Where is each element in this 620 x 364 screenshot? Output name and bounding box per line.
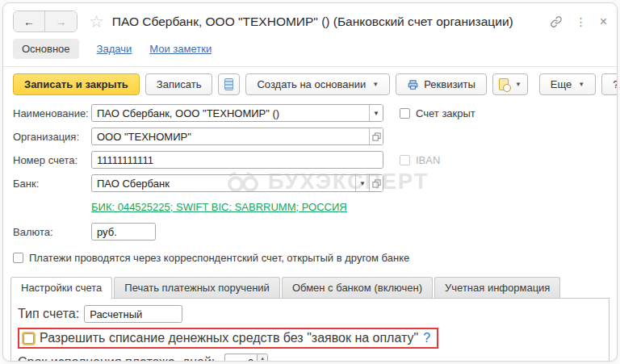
organization-input[interactable] xyxy=(92,128,369,144)
allow-writeoff-label[interactable]: Разрешить списание денежных средств без … xyxy=(40,331,418,345)
bank-field: ▼ xyxy=(91,174,383,192)
allow-writeoff-highlight: Разрешить списание денежных средств без … xyxy=(18,328,438,349)
document-clock-icon xyxy=(499,78,509,90)
name-dropdown-button[interactable]: ▼ xyxy=(369,105,383,121)
organization-open-button[interactable] xyxy=(369,128,383,144)
bank-dropdown-button[interactable]: ▼ xyxy=(355,175,369,191)
chevron-down-icon: ▼ xyxy=(515,81,522,88)
account-number-row: Номер счета: IBAN xyxy=(13,151,607,169)
more-label: Еще xyxy=(551,78,572,90)
account-number-input[interactable] xyxy=(91,151,383,169)
spinner-up-icon[interactable]: ▲ xyxy=(258,354,267,362)
payment-term-row: Срок исполнения платежа, дней: ▲ ▼ xyxy=(18,354,602,362)
open-icon xyxy=(372,132,381,141)
tab-main[interactable]: Основное xyxy=(13,39,79,59)
payment-term-field: ▲ ▼ xyxy=(224,354,268,362)
account-type-row: Тип счета: xyxy=(18,305,602,323)
open-icon xyxy=(372,179,381,188)
account-number-label: Номер счета: xyxy=(13,154,91,166)
correspondent-checkbox[interactable] xyxy=(13,253,23,263)
create-based-on-label: Создать на основании xyxy=(257,78,366,90)
currency-input[interactable] xyxy=(91,223,156,241)
close-icon[interactable]: × xyxy=(600,15,607,29)
requisites-label: Реквизиты xyxy=(424,78,475,90)
tab-bank-exchange[interactable]: Обмен с банком (включен) xyxy=(282,277,433,298)
create-based-on-button[interactable]: Создать на основании ▼ xyxy=(245,73,390,95)
iban-label: IBAN xyxy=(416,154,440,166)
currency-row: Валюта: xyxy=(13,223,607,241)
account-settings-panel: Тип счета: Разрешить списание денежных с… xyxy=(10,298,610,362)
account-type-input[interactable] xyxy=(84,305,182,323)
requisites-button[interactable]: Реквизиты xyxy=(396,73,487,95)
allow-writeoff-help-link[interactable]: ? xyxy=(423,331,430,345)
forward-button[interactable]: → xyxy=(45,11,77,31)
tab-my-notes[interactable]: Мои заметки xyxy=(149,43,212,55)
more-menu-icon[interactable]: ⋮ xyxy=(576,15,587,28)
name-row: Наименование: ▼ Счет закрыт xyxy=(13,104,607,122)
correspondent-row: Платежи проводятся через корреспондентск… xyxy=(13,249,607,266)
more-button[interactable]: Еще ▼ xyxy=(539,73,596,95)
organization-label: Организация: xyxy=(13,131,91,143)
form-area: БУХЭКСПЕРТ Наименование: ▼ Счет закрыт О… xyxy=(3,102,617,266)
tab-tasks[interactable]: Задачи xyxy=(97,43,132,55)
window-title: ПАО Сбербанк, ООО "ТЕХНОМИР" () (Банковс… xyxy=(112,15,543,29)
toolbar: Записать и закрыть Записать Создать на о… xyxy=(3,67,617,102)
payment-term-spinner: ▲ ▼ xyxy=(257,354,268,362)
currency-label: Валюта: xyxy=(13,226,91,238)
organization-field xyxy=(91,128,383,145)
bank-open-button[interactable] xyxy=(369,175,383,191)
chevron-down-icon: ▼ xyxy=(372,81,379,88)
save-and-close-button[interactable]: Записать и закрыть xyxy=(13,73,140,95)
allow-writeoff-checkbox[interactable] xyxy=(23,333,34,344)
bik-link[interactable]: БИК: 044525225; SWIFT BIC: SABRRUMM; РОС… xyxy=(91,201,347,213)
name-label: Наименование: xyxy=(13,107,91,119)
organization-row: Организация: xyxy=(13,128,607,145)
account-closed-checkbox[interactable] xyxy=(400,108,410,119)
title-bar: ← → ☆ ПАО Сбербанк, ООО "ТЕХНОМИР" () (Б… xyxy=(3,3,617,36)
history-button[interactable]: ▼ xyxy=(492,73,528,95)
tab-accounting-info[interactable]: Учетная информация xyxy=(434,277,560,298)
bank-label: Банк: xyxy=(13,178,91,190)
show-in-list-button[interactable] xyxy=(218,73,240,95)
get-link-icon[interactable] xyxy=(550,15,563,28)
help-button[interactable]: ? xyxy=(601,73,618,95)
chevron-down-icon: ▼ xyxy=(578,81,584,88)
bank-input[interactable] xyxy=(92,175,355,191)
bik-row: БИК: 044525225; SWIFT BIC: SABRRUMM; РОС… xyxy=(13,198,607,215)
iban-checkbox xyxy=(400,155,410,165)
tab-account-settings[interactable]: Настройки счета xyxy=(10,277,112,298)
name-input[interactable] xyxy=(92,105,369,121)
navigation-tabs: Основное Задачи Мои заметки xyxy=(3,36,617,67)
payment-term-label: Срок исполнения платежа, дней: xyxy=(18,355,215,362)
bank-account-window: ← → ☆ ПАО Сбербанк, ООО "ТЕХНОМИР" () (Б… xyxy=(2,2,618,362)
account-closed-label[interactable]: Счет закрыт xyxy=(416,107,475,119)
correspondent-label[interactable]: Платежи проводятся через корреспондентск… xyxy=(29,252,409,264)
history-nav-group: ← → xyxy=(13,10,78,32)
list-icon xyxy=(224,78,233,90)
save-button[interactable]: Записать xyxy=(145,73,213,95)
settings-tabstrip: Настройки счета Печать платежных поручен… xyxy=(3,272,617,298)
name-field: ▼ xyxy=(91,104,383,122)
bank-row: Банк: ▼ xyxy=(13,174,607,192)
payment-term-input[interactable] xyxy=(224,354,257,362)
favorite-star-icon[interactable]: ☆ xyxy=(89,13,104,30)
tab-payment-order-print[interactable]: Печать платежных поручений xyxy=(114,277,280,298)
printer-icon xyxy=(407,79,419,90)
back-button[interactable]: ← xyxy=(14,11,45,31)
account-type-label: Тип счета: xyxy=(18,307,79,321)
